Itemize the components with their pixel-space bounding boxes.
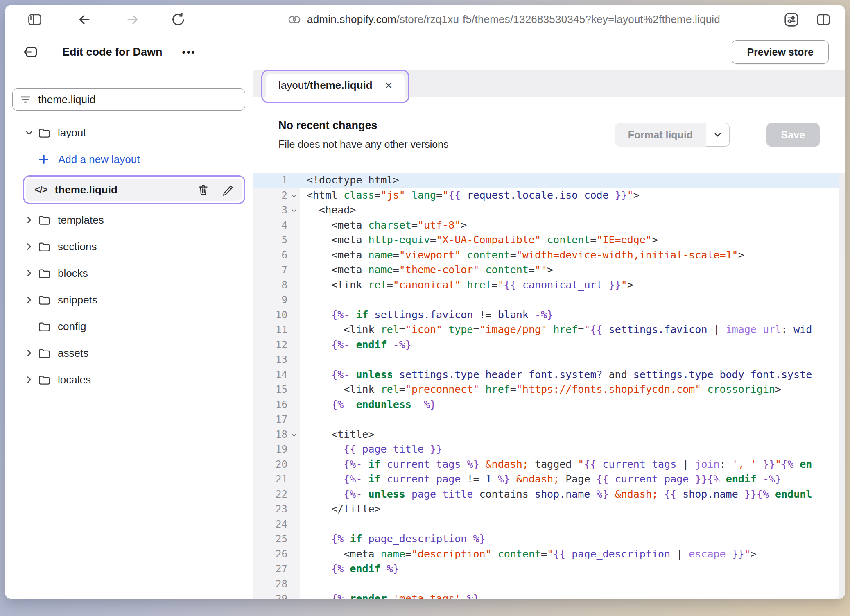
code-line[interactable]: <html class="js" lang="{{ request.locale… <box>307 188 839 203</box>
chevron-right-icon[interactable] <box>24 241 34 252</box>
line-number: 11 <box>253 322 300 337</box>
add-layout-link[interactable]: Add a new layout <box>38 149 246 170</box>
folder-icon <box>38 320 50 333</box>
line-number: 9 <box>253 292 300 308</box>
chevron-down-icon[interactable] <box>24 127 34 138</box>
sidebar-item-locales[interactable]: locales <box>12 369 246 390</box>
line-number: 29 <box>253 591 300 599</box>
line-number: 5 <box>253 233 300 248</box>
url-text: admin.shopify.com/store/rzq1xu-f5/themes… <box>307 13 720 26</box>
chevron-right-icon[interactable] <box>24 374 34 385</box>
back-icon[interactable] <box>77 12 92 27</box>
fold-chevron-icon[interactable] <box>292 432 296 437</box>
rename-file-button[interactable] <box>221 183 234 196</box>
fold-chevron-icon[interactable] <box>292 192 296 197</box>
sidebar-item-label: sections <box>58 240 97 253</box>
sidebar-item-layout[interactable]: layout <box>12 122 246 143</box>
fold-chevron-icon[interactable] <box>292 207 296 212</box>
line-number: 6 <box>253 248 300 263</box>
chevron-right-icon[interactable] <box>24 268 34 279</box>
sidebar-toggle-icon[interactable] <box>27 12 43 27</box>
code-line[interactable]: {%- if settings.favicon != blank -%} <box>307 308 839 323</box>
link-icon <box>287 13 301 27</box>
chevron-right-icon[interactable] <box>24 294 34 305</box>
code-line[interactable] <box>307 352 839 367</box>
line-number: 3 <box>253 203 300 218</box>
code-line[interactable]: <head> <box>307 203 839 218</box>
code-line[interactable]: {% endif %} <box>307 562 839 577</box>
editor-main: layout/theme.liquid × No recent changes … <box>253 70 845 599</box>
forward-icon[interactable] <box>125 12 140 27</box>
folder-icon <box>38 127 50 139</box>
browser-window: admin.shopify.com/store/rzq1xu-f5/themes… <box>5 5 845 599</box>
code-line[interactable]: {%- endunless -%} <box>307 397 839 412</box>
code-line[interactable]: {{ page_title }} <box>307 442 839 457</box>
code-line[interactable]: <meta name="theme-color" content=""> <box>307 263 839 278</box>
line-number: 27 <box>253 562 300 577</box>
toolbar-divider <box>748 97 748 173</box>
code-line[interactable]: <meta charset="utf-8"> <box>307 218 839 233</box>
status-subtitle: File does not have any other versions <box>278 138 449 150</box>
code-line[interactable]: {%- endif -%} <box>307 337 839 353</box>
tab-layout-theme-liquid[interactable]: layout/theme.liquid × <box>266 74 405 97</box>
gutter: 1234567891011121314151617181920212223242… <box>253 173 300 599</box>
code-line[interactable]: </title> <box>307 502 839 517</box>
search-input[interactable] <box>38 93 238 106</box>
line-number: 10 <box>253 308 300 323</box>
exit-icon[interactable] <box>22 43 39 61</box>
editor-toolbar: No recent changes File does not have any… <box>253 97 845 173</box>
line-number: 23 <box>253 502 300 517</box>
reload-icon[interactable] <box>170 12 186 27</box>
code-line[interactable]: <meta name="viewport" content="width=dev… <box>307 248 839 263</box>
code-line[interactable]: <link rel="preconnect" href="https://fon… <box>307 382 839 397</box>
sidebar-item-templates[interactable]: templates <box>12 209 246 231</box>
sidebar-item-sections[interactable]: sections <box>12 236 246 257</box>
close-icon[interactable]: × <box>385 79 393 92</box>
sidebar-item-label: assets <box>58 347 88 360</box>
split-view-icon[interactable] <box>816 12 831 27</box>
code-line[interactable]: {%- unless settings.type_header_font.sys… <box>307 367 839 383</box>
code-line[interactable] <box>307 412 839 427</box>
sidebar-item-theme-liquid[interactable]: </> theme.liquid <box>26 179 242 201</box>
annotation-ring-file: </> theme.liquid <box>23 175 245 204</box>
save-button[interactable]: Save <box>766 123 820 147</box>
more-actions-icon[interactable]: ••• <box>182 46 196 58</box>
format-liquid-button[interactable]: Format liquid <box>615 123 706 147</box>
chevron-right-icon[interactable] <box>24 215 34 225</box>
code-line[interactable]: {%- unless page_title contains shop.name… <box>307 487 839 502</box>
preview-store-button[interactable]: Preview store <box>732 40 829 64</box>
code-line[interactable] <box>307 517 839 532</box>
folder-icon <box>38 214 50 226</box>
code-lines[interactable]: <!doctype html><html class="js" lang="{{… <box>300 173 839 599</box>
line-number: 14 <box>253 367 300 383</box>
format-dropdown-button[interactable] <box>706 123 730 147</box>
code-line[interactable]: <meta name="description" content="{{ pag… <box>307 547 839 562</box>
sidebar-item-blocks[interactable]: blocks <box>12 263 246 284</box>
folder-icon <box>38 294 50 306</box>
sidebar-item-snippets[interactable]: snippets <box>12 289 246 310</box>
sidebar-item-label: config <box>58 320 86 333</box>
code-line[interactable]: <meta http-equiv="X-UA-Compatible" conte… <box>307 233 839 248</box>
chevron-right-icon[interactable] <box>24 348 34 358</box>
sidebar-item-config[interactable]: config <box>12 316 246 337</box>
code-line[interactable]: {%- if current_page != 1 %} &ndash; Page… <box>307 472 839 487</box>
line-number: 25 <box>253 532 300 547</box>
code-line[interactable]: <title> <box>307 427 839 442</box>
code-line[interactable]: <link rel="canonical" href="{{ canonical… <box>307 278 839 293</box>
code-line[interactable]: {%- if current_tags %} &ndash; tagged "{… <box>307 457 839 472</box>
line-number: 28 <box>253 577 300 592</box>
sidebar-item-assets[interactable]: assets <box>12 342 246 364</box>
url-domain: admin.shopify.com <box>307 13 396 25</box>
code-line[interactable] <box>307 292 839 308</box>
code-panel[interactable]: 1234567891011121314151617181920212223242… <box>253 173 839 599</box>
code-line[interactable]: <!doctype html> <box>300 173 839 188</box>
code-line[interactable] <box>307 577 839 592</box>
code-line[interactable]: {% if page_description %} <box>307 532 839 547</box>
code-line[interactable]: <link rel="icon" type="image/png" href="… <box>307 322 839 337</box>
address-bar[interactable]: admin.shopify.com/store/rzq1xu-f5/themes… <box>287 13 720 27</box>
delete-file-button[interactable] <box>197 183 210 196</box>
file-search[interactable] <box>12 88 245 111</box>
page-settings-icon[interactable] <box>784 12 799 27</box>
code-line[interactable]: {% render 'meta-tags' %} <box>307 591 839 599</box>
code-file-icon: </> <box>34 184 47 195</box>
